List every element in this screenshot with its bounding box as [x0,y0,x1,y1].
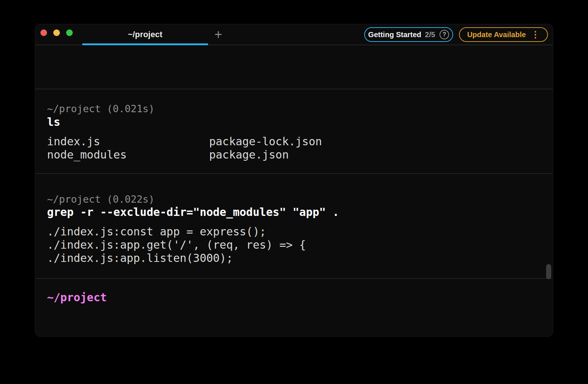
kebab-menu-icon[interactable]: ⋮ [531,31,540,38]
new-tab-button[interactable]: + [210,24,226,45]
command-output-row: node_modulespackage.json [47,148,289,161]
block-divider [35,278,553,279]
getting-started-progress: 2/5 [425,31,435,39]
file-name: package-lock.json [209,135,322,148]
zoom-window-button[interactable] [66,29,73,36]
close-window-button[interactable] [40,29,47,36]
minimize-window-button[interactable] [53,29,60,36]
file-name: package.json [209,148,289,161]
terminal-window: ~/project + Getting Started 2/5 ? Update… [35,24,553,337]
block-header: ~/project (0.022s) [47,193,155,206]
command-output-row: index.jspackage-lock.json [47,135,322,148]
command-text[interactable]: ls [47,115,60,129]
plus-icon: + [214,28,222,41]
scrollbar-thumb[interactable] [546,264,551,279]
tab-title: ~/project [128,30,162,39]
tab-project[interactable]: ~/project [82,24,208,45]
update-available-label: Update Available [467,31,526,39]
block-divider [35,89,553,89]
block-header: ~/project (0.021s) [47,102,155,115]
title-bar[interactable]: ~/project + Getting Started 2/5 ? Update… [35,24,553,45]
traffic-lights [40,29,73,36]
prompt-path[interactable]: ~/project [47,291,107,304]
block-divider [35,173,553,174]
desktop-background: ~/project + Getting Started 2/5 ? Update… [0,0,588,384]
active-tab-indicator [82,43,208,45]
file-name: node_modules [47,148,209,161]
update-available-button[interactable]: Update Available ⋮ [459,27,548,42]
getting-started-label: Getting Started [368,31,421,39]
command-output-line: ./index.js:app.listen(3000); [47,252,233,265]
help-icon[interactable]: ? [440,30,449,39]
command-output-line: ./index.js:const app = express(); [47,225,266,238]
file-name: index.js [47,135,209,148]
command-output-line: ./index.js:app.get('/', (req, res) => { [47,238,306,252]
command-text[interactable]: grep -r --exclude-dir="node_modules" "ap… [47,206,339,219]
getting-started-button[interactable]: Getting Started 2/5 ? [364,27,453,42]
